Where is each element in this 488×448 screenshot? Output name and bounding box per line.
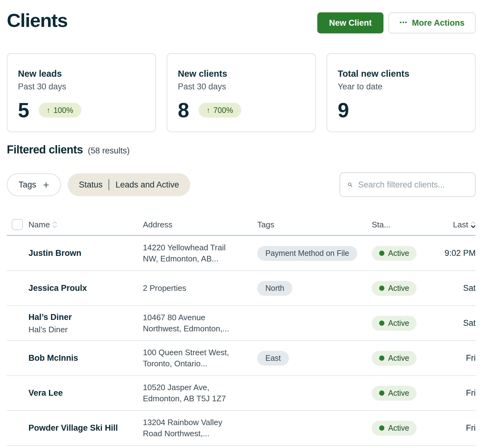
- column-header-tags[interactable]: Tags: [257, 220, 372, 230]
- plus-icon: +: [43, 179, 49, 190]
- status-badge: Active: [372, 281, 417, 296]
- status-dot-icon: [379, 425, 384, 431]
- stat-card-subtitle: Past 30 days: [178, 82, 305, 92]
- stat-card-title: Total new clients: [338, 69, 464, 79]
- divider: [109, 179, 109, 190]
- top-actions: New Client ••• More Actions: [317, 12, 476, 33]
- status-badge: Active: [372, 316, 417, 331]
- stat-card-subtitle: Year to date: [338, 82, 464, 92]
- client-name[interactable]: Hal’s Diner: [28, 312, 143, 323]
- last-activity-cell: Fri: [430, 388, 476, 398]
- name-cell: Powder Village Ski Hill: [7, 423, 143, 433]
- table-row[interactable]: Vera Lee 10520 Jasper Ave, Edmonton, AB …: [7, 376, 476, 411]
- column-header-name[interactable]: Name: [28, 220, 143, 230]
- last-activity-cell: Fri: [430, 423, 476, 433]
- stat-delta-badge: ↑ 100%: [39, 103, 81, 118]
- table-row[interactable]: Jessica Proulx 2 Properties North Active…: [7, 271, 476, 306]
- last-activity-cell: 9:02 PM: [430, 248, 476, 258]
- client-name[interactable]: Jessica Proulx: [28, 283, 143, 294]
- client-name[interactable]: Powder Village Ski Hill: [28, 423, 143, 433]
- new-client-label: New Client: [329, 18, 372, 28]
- stat-card-value: 5: [18, 100, 29, 120]
- up-arrow-icon: ↑: [47, 106, 50, 114]
- table-row[interactable]: Justin Brown 14220 Yellowhead Trail NW, …: [7, 236, 476, 271]
- tags-cell: Payment Method on File: [257, 246, 372, 261]
- table-row[interactable]: Bob McInnis 100 Queen Street West, Toron…: [7, 341, 476, 376]
- status-cell: Active: [372, 246, 430, 261]
- client-table-body: Justin Brown 14220 Yellowhead Trail NW, …: [7, 236, 476, 446]
- address-cell: 14220 Yellowhead Trail NW, Edmonton, AB.…: [143, 242, 257, 264]
- table-row[interactable]: Hal’s Diner Hal’s Diner 10467 80 Avenue …: [7, 306, 476, 341]
- new-client-button[interactable]: New Client: [317, 12, 383, 33]
- status-filter-chip[interactable]: Status Leads and Active: [68, 173, 190, 196]
- search-box[interactable]: [340, 172, 476, 197]
- status-filter-value: Leads and Active: [115, 180, 179, 190]
- last-activity-cell: Fri: [430, 353, 476, 363]
- status-filter-label: Status: [79, 180, 103, 190]
- page-title: Clients: [7, 9, 67, 31]
- header-checkbox-cell: [7, 219, 28, 230]
- last-activity-cell: Sat: [430, 283, 476, 293]
- status-label: Active: [388, 249, 409, 258]
- address-cell: 2 Properties: [143, 283, 257, 294]
- stat-delta-value: 100%: [54, 106, 73, 115]
- stat-card-value: 9: [338, 100, 349, 120]
- status-cell: Active: [372, 316, 430, 331]
- stat-delta-badge: ↑ 700%: [199, 103, 241, 118]
- status-cell: Active: [372, 281, 430, 296]
- more-actions-label: More Actions: [412, 18, 464, 28]
- tags-filter-button[interactable]: Tags +: [7, 173, 61, 196]
- tags-filter-label: Tags: [19, 180, 36, 190]
- stat-card-title: New leads: [18, 69, 145, 79]
- more-actions-button[interactable]: ••• More Actions: [388, 12, 476, 33]
- status-badge: Active: [372, 421, 417, 436]
- stat-delta-value: 700%: [213, 106, 233, 115]
- up-arrow-icon: ↑: [207, 106, 210, 114]
- filtered-clients-title: Filtered clients: [7, 143, 83, 156]
- select-all-checkbox[interactable]: [12, 219, 23, 230]
- address-cell: 13204 Rainbow Valley Road Northwest,...: [143, 417, 257, 439]
- stat-card-value: 8: [178, 100, 189, 120]
- status-badge: Active: [372, 351, 417, 366]
- column-header-status[interactable]: Sta...: [372, 220, 430, 230]
- stat-card-title: New clients: [178, 69, 305, 79]
- status-dot-icon: [379, 321, 384, 326]
- tag-badge: North: [257, 281, 292, 296]
- client-name[interactable]: Justin Brown: [28, 248, 143, 259]
- name-cell: Bob McInnis: [7, 353, 143, 364]
- client-name[interactable]: Bob McInnis: [28, 353, 143, 364]
- tags-cell: East: [257, 351, 372, 366]
- status-dot-icon: [379, 286, 384, 291]
- status-dot-icon: [379, 251, 384, 256]
- status-cell: Active: [372, 386, 430, 401]
- clients-page: Clients New Client ••• More Actions New …: [0, 0, 488, 448]
- status-dot-icon: [379, 355, 384, 361]
- status-cell: Active: [372, 351, 430, 366]
- status-label: Active: [388, 319, 409, 328]
- stat-card: Total new clients Year to date 9: [327, 53, 476, 132]
- status-badge: Active: [372, 386, 417, 401]
- status-cell: Active: [372, 421, 430, 436]
- client-name[interactable]: Vera Lee: [28, 388, 143, 398]
- column-header-address[interactable]: Address: [143, 220, 257, 230]
- ellipsis-icon: •••: [400, 19, 408, 26]
- address-cell: 10520 Jasper Ave, Edmonton, AB T5J 1Z7: [143, 382, 257, 404]
- status-label: Active: [388, 354, 409, 363]
- name-cell: Jessica Proulx: [7, 283, 143, 294]
- client-table: Name Address Tags Sta... Last: [7, 214, 476, 446]
- filter-row: Tags + Status Leads and Active: [7, 172, 476, 197]
- name-cell: Hal’s Diner Hal’s Diner: [7, 312, 143, 334]
- status-badge: Active: [372, 246, 417, 261]
- stat-cards: New leads Past 30 days 5 ↑ 100% New clie…: [7, 53, 476, 132]
- column-header-last[interactable]: Last: [430, 220, 476, 230]
- tags-cell: North: [257, 281, 372, 296]
- stat-card: New leads Past 30 days 5 ↑ 100%: [7, 53, 156, 132]
- client-secondary-name: Hal’s Diner: [28, 325, 143, 334]
- table-row[interactable]: Powder Village Ski Hill 13204 Rainbow Va…: [7, 411, 476, 446]
- stat-card-subtitle: Past 30 days: [18, 82, 145, 92]
- search-input[interactable]: [358, 180, 468, 190]
- name-cell: Justin Brown: [7, 248, 143, 259]
- address-cell: 100 Queen Street West, Toronto, Ontario.…: [143, 347, 257, 369]
- tag-badge: Payment Method on File: [257, 246, 357, 261]
- name-cell: Vera Lee: [7, 388, 143, 398]
